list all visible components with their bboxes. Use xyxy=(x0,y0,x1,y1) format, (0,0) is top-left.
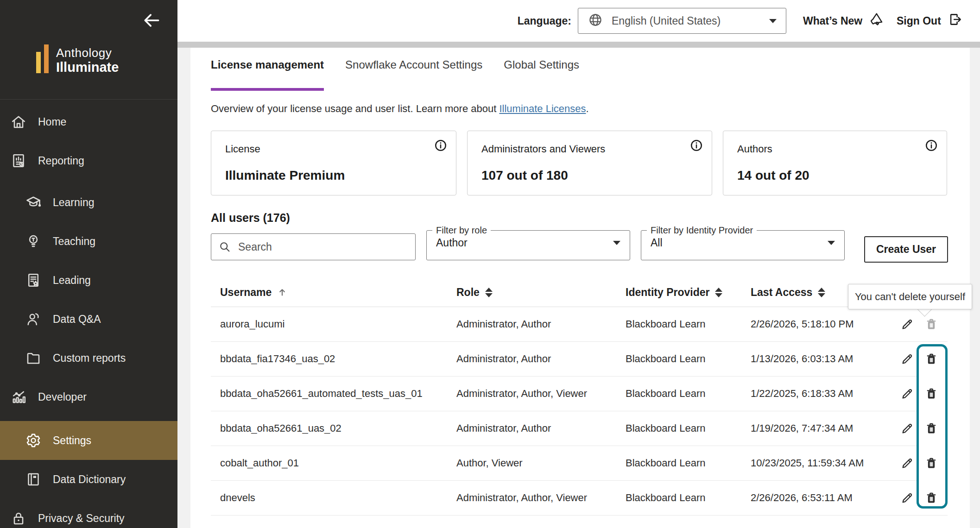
sign-out-label: Sign Out xyxy=(897,15,941,27)
sidebar-item-reporting[interactable]: Reporting xyxy=(0,141,177,180)
pencil-icon xyxy=(900,387,914,401)
identity-provider-cell: Blackboard Learn xyxy=(626,492,751,504)
license-overview-text: Overview of your license usage and user … xyxy=(211,103,589,115)
info-button[interactable] xyxy=(434,138,448,152)
identity-provider-cell: Blackboard Learn xyxy=(626,457,751,469)
sidebar-item-label: Learning xyxy=(53,196,95,209)
username-cell: cobalt_author_01 xyxy=(220,457,456,469)
app-window: Anthology Illuminate Home Reporting Lear… xyxy=(0,0,980,528)
sort-icon xyxy=(485,288,493,297)
column-label: Last Access xyxy=(751,286,812,299)
edit-user-button[interactable] xyxy=(900,352,914,366)
sidebar-item-teaching[interactable]: Teaching xyxy=(0,222,177,261)
sidebar-item-settings[interactable]: Settings xyxy=(0,421,177,460)
filter-by-idp-select[interactable]: Filter by Identity Provider All xyxy=(641,225,845,260)
table-row: dnevels Administrator, Author, Viewer Bl… xyxy=(211,481,948,515)
username-cell: bbdata_oha52661_uas_02 xyxy=(220,422,456,434)
collapse-sidebar-button[interactable] xyxy=(141,10,162,31)
last-access-cell: 2/26/2026, 6:53:11 AM xyxy=(751,492,891,504)
main-content: License managementSnowflake Account Sett… xyxy=(177,42,980,528)
edit-user-button[interactable] xyxy=(900,491,914,505)
create-user-button[interactable]: Create User xyxy=(864,236,948,263)
license-summary-cards: License Illuminate Premium Administrator… xyxy=(211,131,947,195)
search-icon xyxy=(218,240,231,253)
filter-by-idp-value: All xyxy=(651,237,828,249)
edit-user-button[interactable] xyxy=(900,421,914,435)
filter-by-idp-label: Filter by Identity Provider xyxy=(647,225,757,236)
column-header-identity-provider[interactable]: Identity Provider xyxy=(626,286,751,299)
card-title: License xyxy=(225,143,442,155)
sidebar-nav: Home Reporting Learning Teaching Leading… xyxy=(0,102,177,528)
trash-icon xyxy=(924,491,938,505)
sidebar-item-label: Data Q&A xyxy=(53,313,101,326)
last-access-cell: 1/19/2026, 7:47:34 AM xyxy=(751,422,891,434)
tab-license-management[interactable]: License management xyxy=(211,58,324,78)
identity-provider-cell: Blackboard Learn xyxy=(626,353,751,365)
intro-text: Overview of your license usage and user … xyxy=(211,103,499,114)
sidebar-item-leading[interactable]: Leading xyxy=(0,261,177,300)
edit-user-button[interactable] xyxy=(900,456,914,470)
last-access-cell: 1/13/2026, 6:03:13 AM xyxy=(751,353,891,365)
pencil-icon xyxy=(900,421,914,435)
users-table: UsernameRoleIdentity ProviderLast Access… xyxy=(211,278,948,515)
chevron-down-icon xyxy=(769,19,777,23)
tab-snowflake-account-settings[interactable]: Snowflake Account Settings xyxy=(345,58,482,78)
search-input[interactable] xyxy=(211,233,416,260)
delete-user-button[interactable] xyxy=(924,491,938,505)
sidebar-item-learning[interactable]: Learning xyxy=(0,183,177,222)
whats-new-button[interactable]: What’s New xyxy=(803,8,885,34)
sidebar-item-label: Teaching xyxy=(53,235,95,248)
column-header-username[interactable]: Username xyxy=(220,286,456,299)
delete-user-button[interactable] xyxy=(924,387,938,401)
column-header-role[interactable]: Role xyxy=(456,286,626,299)
tab-global-settings[interactable]: Global Settings xyxy=(504,58,579,78)
sidebar-item-data-dictionary[interactable]: Data Dictionary xyxy=(0,460,177,499)
row-actions xyxy=(891,352,938,366)
card-title: Administrators and Viewers xyxy=(481,143,698,155)
leading-icon xyxy=(25,272,42,289)
sign-out-button[interactable]: Sign Out xyxy=(897,8,963,34)
table-row: cobalt_author_01 Author, Viewer Blackboa… xyxy=(211,446,948,481)
username-cell: bbdata_fia17346_uas_02 xyxy=(220,353,456,365)
edit-user-button[interactable] xyxy=(900,387,914,401)
content-left-gutter xyxy=(177,48,190,528)
delete-user-button[interactable] xyxy=(924,456,938,470)
sidebar-item-privacy-security[interactable]: Privacy & Security xyxy=(0,499,177,528)
card-value: 107 out of 180 xyxy=(481,168,698,183)
info-button[interactable] xyxy=(689,138,703,152)
language-label: Language: xyxy=(502,8,571,34)
column-label: Username xyxy=(220,286,272,299)
edit-user-button[interactable] xyxy=(900,317,914,331)
last-access-cell: 2/26/2026, 5:18:10 PM xyxy=(751,318,891,330)
brand-line2: Illuminate xyxy=(56,60,119,75)
sidebar-divider xyxy=(0,99,177,100)
illuminate-licenses-link[interactable]: Illuminate Licenses xyxy=(499,103,586,114)
language-select[interactable]: English (United States) xyxy=(578,8,786,34)
sort-ascending-icon xyxy=(277,287,287,297)
identity-provider-cell: Blackboard Learn xyxy=(626,388,751,400)
table-row: bbdata_fia17346_uas_02 Administrator, Au… xyxy=(211,342,948,377)
anthology-illuminate-logo: Anthology Illuminate xyxy=(36,44,119,75)
topbar: Language: English (United States) What’s… xyxy=(177,0,980,42)
row-actions xyxy=(891,421,938,435)
delete-user-button[interactable] xyxy=(924,352,938,366)
sidebar-item-developer[interactable]: Developer xyxy=(0,377,177,416)
table-row: bbdata_oha52661_automated_tests_uas_01 A… xyxy=(211,377,948,411)
privacy-lock-icon xyxy=(10,510,27,527)
pencil-icon xyxy=(900,491,914,505)
filter-by-role-select[interactable]: Filter by role Author xyxy=(426,225,630,260)
settings-tabs: License managementSnowflake Account Sett… xyxy=(211,58,579,78)
all-users-heading: All users (176) xyxy=(211,211,290,225)
custom-reports-icon xyxy=(25,350,42,366)
info-button[interactable] xyxy=(924,138,938,152)
sort-icon xyxy=(818,288,825,297)
username-cell: dnevels xyxy=(220,492,456,504)
sidebar-item-data-q-a[interactable]: Data Q&A xyxy=(0,300,177,339)
sidebar-item-custom-reports[interactable]: Custom reports xyxy=(0,339,177,377)
delete-user-button[interactable] xyxy=(924,421,938,435)
row-actions xyxy=(891,456,938,470)
sidebar-item-home[interactable]: Home xyxy=(0,102,177,141)
home-icon xyxy=(10,113,27,130)
row-actions xyxy=(891,317,938,331)
settings-gear-icon xyxy=(25,432,42,449)
